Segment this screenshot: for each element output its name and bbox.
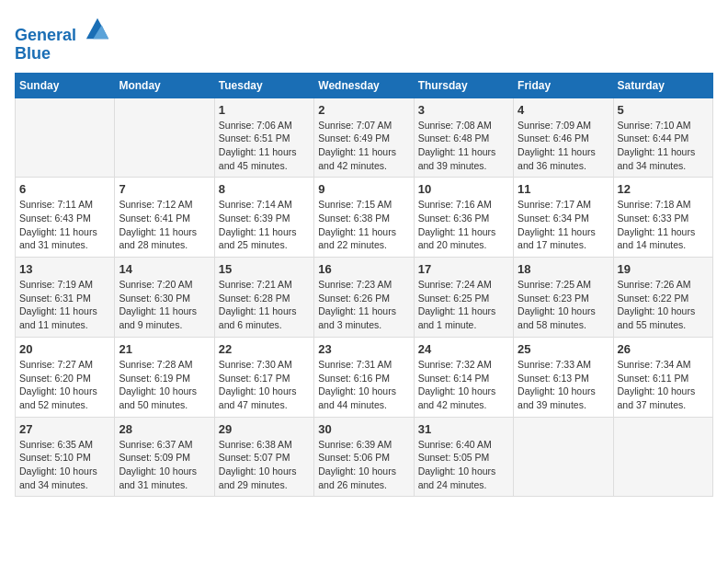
day-number: 15 xyxy=(219,262,310,276)
day-info: Sunrise: 7:06 AMSunset: 6:51 PMDaylight:… xyxy=(219,119,310,173)
calendar-week-row: 20Sunrise: 7:27 AMSunset: 6:20 PMDayligh… xyxy=(16,337,713,417)
calendar-cell: 16Sunrise: 7:23 AMSunset: 6:26 PMDayligh… xyxy=(314,258,414,338)
day-info: Sunrise: 6:39 AMSunset: 5:06 PMDaylight:… xyxy=(318,438,409,492)
day-number: 5 xyxy=(618,103,709,117)
calendar-table: SundayMondayTuesdayWednesdayThursdayFrid… xyxy=(15,73,713,498)
calendar-cell: 15Sunrise: 7:21 AMSunset: 6:28 PMDayligh… xyxy=(214,258,313,338)
calendar-week-row: 6Sunrise: 7:11 AMSunset: 6:43 PMDaylight… xyxy=(16,178,713,258)
day-info: Sunrise: 7:25 AMSunset: 6:23 PMDaylight:… xyxy=(518,278,609,332)
day-info: Sunrise: 7:32 AMSunset: 6:14 PMDaylight:… xyxy=(418,358,509,412)
day-number: 21 xyxy=(119,342,210,356)
day-number: 29 xyxy=(219,422,310,436)
day-number: 20 xyxy=(19,342,110,356)
calendar-cell: 28Sunrise: 6:37 AMSunset: 5:09 PMDayligh… xyxy=(115,417,214,497)
calendar-header-row: SundayMondayTuesdayWednesdayThursdayFrid… xyxy=(16,73,713,98)
day-number: 11 xyxy=(518,182,609,196)
calendar-cell: 26Sunrise: 7:34 AMSunset: 6:11 PMDayligh… xyxy=(613,337,712,417)
day-of-week-header: Wednesday xyxy=(314,73,414,98)
day-info: Sunrise: 7:16 AMSunset: 6:36 PMDaylight:… xyxy=(418,198,509,252)
calendar-cell: 29Sunrise: 6:38 AMSunset: 5:07 PMDayligh… xyxy=(214,417,313,497)
day-info: Sunrise: 7:19 AMSunset: 6:31 PMDaylight:… xyxy=(19,278,110,332)
day-info: Sunrise: 7:33 AMSunset: 6:13 PMDaylight:… xyxy=(518,358,609,412)
calendar-cell: 10Sunrise: 7:16 AMSunset: 6:36 PMDayligh… xyxy=(414,178,513,258)
calendar-week-row: 27Sunrise: 6:35 AMSunset: 5:10 PMDayligh… xyxy=(16,417,713,497)
day-info: Sunrise: 7:31 AMSunset: 6:16 PMDaylight:… xyxy=(318,358,409,412)
day-number: 7 xyxy=(119,182,210,196)
calendar-cell: 6Sunrise: 7:11 AMSunset: 6:43 PMDaylight… xyxy=(16,178,115,258)
calendar-cell: 25Sunrise: 7:33 AMSunset: 6:13 PMDayligh… xyxy=(514,337,613,417)
day-number: 14 xyxy=(119,262,210,276)
logo-icon xyxy=(85,15,110,40)
day-number: 23 xyxy=(318,342,409,356)
day-info: Sunrise: 7:34 AMSunset: 6:11 PMDaylight:… xyxy=(618,358,709,412)
calendar-cell: 31Sunrise: 6:40 AMSunset: 5:05 PMDayligh… xyxy=(414,417,513,497)
day-info: Sunrise: 7:27 AMSunset: 6:20 PMDaylight:… xyxy=(19,358,110,412)
calendar-cell: 17Sunrise: 7:24 AMSunset: 6:25 PMDayligh… xyxy=(414,258,513,338)
calendar-cell xyxy=(115,98,214,178)
day-of-week-header: Thursday xyxy=(414,73,513,98)
calendar-cell: 24Sunrise: 7:32 AMSunset: 6:14 PMDayligh… xyxy=(414,337,513,417)
day-info: Sunrise: 7:15 AMSunset: 6:38 PMDaylight:… xyxy=(318,198,409,252)
calendar-cell: 19Sunrise: 7:26 AMSunset: 6:22 PMDayligh… xyxy=(613,258,712,338)
day-info: Sunrise: 7:23 AMSunset: 6:26 PMDaylight:… xyxy=(318,278,409,332)
day-of-week-header: Monday xyxy=(115,73,214,98)
calendar-body: 1Sunrise: 7:06 AMSunset: 6:51 PMDaylight… xyxy=(16,98,713,497)
logo: General Blue xyxy=(15,15,110,63)
logo-blue: Blue xyxy=(15,45,110,63)
day-info: Sunrise: 7:11 AMSunset: 6:43 PMDaylight:… xyxy=(19,198,110,252)
day-number: 19 xyxy=(618,262,709,276)
day-number: 10 xyxy=(418,182,509,196)
day-number: 17 xyxy=(418,262,509,276)
day-info: Sunrise: 7:20 AMSunset: 6:30 PMDaylight:… xyxy=(119,278,210,332)
calendar-week-row: 13Sunrise: 7:19 AMSunset: 6:31 PMDayligh… xyxy=(16,258,713,338)
day-number: 24 xyxy=(418,342,509,356)
calendar-cell: 4Sunrise: 7:09 AMSunset: 6:46 PMDaylight… xyxy=(514,98,613,178)
day-number: 27 xyxy=(19,422,110,436)
calendar-cell: 27Sunrise: 6:35 AMSunset: 5:10 PMDayligh… xyxy=(16,417,115,497)
day-info: Sunrise: 7:08 AMSunset: 6:48 PMDaylight:… xyxy=(418,119,509,173)
day-number: 13 xyxy=(19,262,110,276)
calendar-cell: 12Sunrise: 7:18 AMSunset: 6:33 PMDayligh… xyxy=(613,178,712,258)
day-info: Sunrise: 7:09 AMSunset: 6:46 PMDaylight:… xyxy=(518,119,609,173)
day-number: 9 xyxy=(318,182,409,196)
day-info: Sunrise: 7:07 AMSunset: 6:49 PMDaylight:… xyxy=(318,119,409,173)
day-number: 25 xyxy=(518,342,609,356)
day-number: 30 xyxy=(318,422,409,436)
calendar-cell: 8Sunrise: 7:14 AMSunset: 6:39 PMDaylight… xyxy=(214,178,313,258)
logo-text: General xyxy=(15,15,110,45)
day-info: Sunrise: 7:12 AMSunset: 6:41 PMDaylight:… xyxy=(119,198,210,252)
day-number: 3 xyxy=(418,103,509,117)
day-number: 1 xyxy=(219,103,310,117)
day-info: Sunrise: 7:30 AMSunset: 6:17 PMDaylight:… xyxy=(219,358,310,412)
page-header: General Blue xyxy=(15,15,713,63)
calendar-cell: 30Sunrise: 6:39 AMSunset: 5:06 PMDayligh… xyxy=(314,417,414,497)
day-of-week-header: Saturday xyxy=(613,73,712,98)
calendar-cell: 5Sunrise: 7:10 AMSunset: 6:44 PMDaylight… xyxy=(613,98,712,178)
day-number: 26 xyxy=(618,342,709,356)
calendar-cell xyxy=(613,417,712,497)
calendar-cell: 11Sunrise: 7:17 AMSunset: 6:34 PMDayligh… xyxy=(514,178,613,258)
day-number: 31 xyxy=(418,422,509,436)
day-number: 16 xyxy=(318,262,409,276)
calendar-cell: 21Sunrise: 7:28 AMSunset: 6:19 PMDayligh… xyxy=(115,337,214,417)
calendar-cell: 20Sunrise: 7:27 AMSunset: 6:20 PMDayligh… xyxy=(16,337,115,417)
day-info: Sunrise: 7:18 AMSunset: 6:33 PMDaylight:… xyxy=(618,198,709,252)
day-number: 8 xyxy=(219,182,310,196)
calendar-cell: 2Sunrise: 7:07 AMSunset: 6:49 PMDaylight… xyxy=(314,98,414,178)
calendar-cell: 3Sunrise: 7:08 AMSunset: 6:48 PMDaylight… xyxy=(414,98,513,178)
calendar-week-row: 1Sunrise: 7:06 AMSunset: 6:51 PMDaylight… xyxy=(16,98,713,178)
day-info: Sunrise: 7:24 AMSunset: 6:25 PMDaylight:… xyxy=(418,278,509,332)
day-info: Sunrise: 7:21 AMSunset: 6:28 PMDaylight:… xyxy=(219,278,310,332)
day-info: Sunrise: 6:37 AMSunset: 5:09 PMDaylight:… xyxy=(119,438,210,492)
calendar-cell: 7Sunrise: 7:12 AMSunset: 6:41 PMDaylight… xyxy=(115,178,214,258)
day-number: 22 xyxy=(219,342,310,356)
day-info: Sunrise: 7:26 AMSunset: 6:22 PMDaylight:… xyxy=(618,278,709,332)
calendar-cell: 13Sunrise: 7:19 AMSunset: 6:31 PMDayligh… xyxy=(16,258,115,338)
day-of-week-header: Friday xyxy=(514,73,613,98)
calendar-cell: 1Sunrise: 7:06 AMSunset: 6:51 PMDaylight… xyxy=(214,98,313,178)
day-number: 4 xyxy=(518,103,609,117)
day-number: 6 xyxy=(19,182,110,196)
calendar-cell xyxy=(514,417,613,497)
day-info: Sunrise: 7:10 AMSunset: 6:44 PMDaylight:… xyxy=(618,119,709,173)
calendar-cell: 14Sunrise: 7:20 AMSunset: 6:30 PMDayligh… xyxy=(115,258,214,338)
